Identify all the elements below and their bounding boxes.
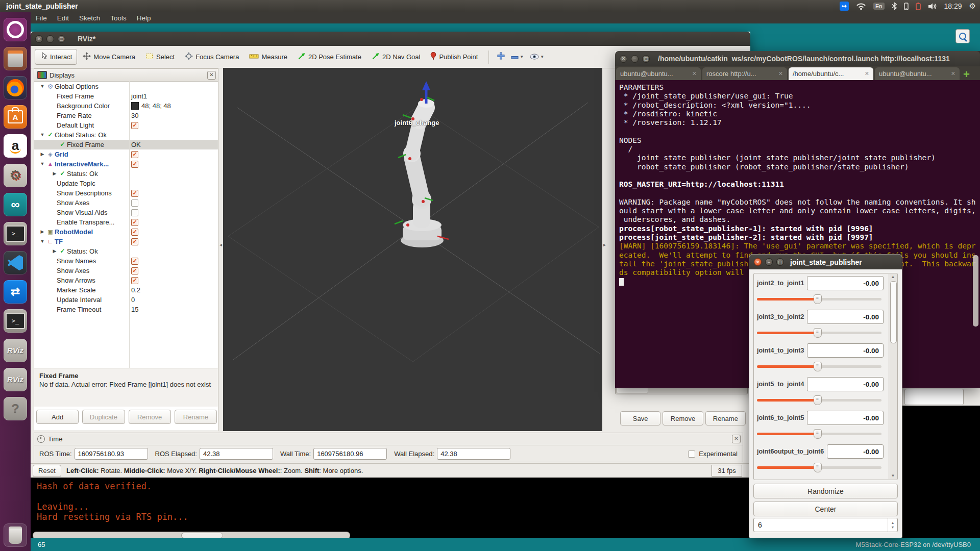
joint-value-field[interactable]: -0.00 <box>827 444 884 459</box>
joint-slider[interactable] <box>757 328 884 339</box>
displays-row-show-visual-aids[interactable]: Show Visual Aids <box>34 208 218 217</box>
clock[interactable]: 18:29 <box>944 2 962 10</box>
add-button[interactable]: Add <box>36 410 79 424</box>
tool-measure[interactable]: Measure <box>244 50 292 64</box>
displays-row-show-axes[interactable]: Show Axes <box>34 198 218 208</box>
3d-viewport[interactable]: joint6_change <box>223 68 602 431</box>
displays-row-interactivemark[interactable]: ▼▲InteractiveMark...✓ <box>34 159 218 169</box>
center-button[interactable]: Center <box>753 502 898 516</box>
close-icon[interactable]: ✕ <box>35 35 43 43</box>
tab-close-icon[interactable]: ✕ <box>778 70 783 77</box>
joint-value-field[interactable]: -0.00 <box>807 276 884 290</box>
minimize-icon[interactable]: – <box>765 258 773 266</box>
checkbox-checked[interactable]: ✓ <box>131 267 138 274</box>
displays-row-grid[interactable]: ▶◈Grid✓ <box>34 149 218 159</box>
maximize-icon[interactable]: ▢ <box>776 258 784 266</box>
slider-handle[interactable] <box>814 429 822 439</box>
terminal-titlebar[interactable]: ✕ – ▢ /home/ubuntu/catkin_ws/src/myCobot… <box>615 51 980 66</box>
remove-button[interactable]: Remove <box>663 411 703 425</box>
remove-minus-button[interactable]: ▼ <box>508 51 527 64</box>
randomize-button[interactable]: Randomize <box>753 484 898 498</box>
joint-value-field[interactable]: -0.00 <box>807 411 884 425</box>
displays-row-robotmodel[interactable]: ▶▣RobotModel✓ <box>34 227 218 237</box>
joint-value-field[interactable]: -0.00 <box>807 377 884 391</box>
scrollbar-thumb[interactable] <box>181 533 223 538</box>
menu-item-sketch[interactable]: Sketch <box>74 14 105 22</box>
scrollbar-thumb[interactable] <box>890 281 897 343</box>
scroll-up-icon[interactable]: ▲ <box>889 274 897 280</box>
terminal-tab-2[interactable]: roscore http://u...✕ <box>702 67 787 80</box>
launcher-item-ubuntu-dash[interactable] <box>4 18 27 41</box>
checkbox-unchecked[interactable] <box>131 209 138 216</box>
vertical-scrollbar[interactable]: ▲ ▼ <box>889 274 897 479</box>
tab-close-icon[interactable]: ✕ <box>951 70 955 77</box>
maximize-icon[interactable]: ▢ <box>642 55 650 63</box>
launcher-item-teamviewer[interactable]: ⇄ <box>4 280 27 304</box>
joint-slider[interactable] <box>757 395 884 406</box>
launcher-item-rviz-2[interactable]: RViz <box>4 368 27 391</box>
slider-handle[interactable] <box>814 362 822 371</box>
panel-collapse-left-icon[interactable]: ◂ <box>219 242 222 247</box>
close-icon[interactable]: ✕ <box>207 71 216 80</box>
checkbox-checked[interactable]: ✓ <box>131 151 138 158</box>
rate-spinbox[interactable]: 6 ▲▼ <box>753 518 898 532</box>
launcher-item-firefox[interactable] <box>4 76 27 99</box>
serial-monitor-button[interactable] <box>955 29 970 43</box>
displays-row-global-status-ok[interactable]: ▼✓Global Status: Ok <box>34 130 218 140</box>
displays-panel-header[interactable]: Displays ✕ <box>34 69 218 82</box>
maximize-icon[interactable]: ▢ <box>58 35 65 43</box>
experimental-toggle[interactable]: Experimental <box>688 450 738 458</box>
joint-slider[interactable] <box>757 429 884 440</box>
keyboard-indicator[interactable]: En <box>873 3 884 10</box>
displays-row-background-color[interactable]: Background Color48; 48; 48 <box>34 101 218 111</box>
joint-slider[interactable] <box>757 462 884 473</box>
minimize-icon[interactable]: – <box>46 35 54 43</box>
rename-button[interactable]: Rename <box>705 411 746 425</box>
tool-select[interactable]: Select <box>141 50 179 64</box>
displays-row-frame-rate[interactable]: Frame Rate30 <box>34 111 218 120</box>
launcher-item-amazon[interactable]: a <box>4 134 27 158</box>
launcher-item-system-settings[interactable]: ⚙ <box>4 164 27 187</box>
spinbox-arrows[interactable]: ▲▼ <box>888 518 897 532</box>
ros-elapsed-field[interactable]: 42.38 <box>200 448 273 460</box>
displays-row-show-descriptions[interactable]: Show Descriptions✓ <box>34 188 218 198</box>
menu-item-tools[interactable]: Tools <box>105 14 132 22</box>
rviz-titlebar[interactable]: ✕ – ▢ RViz* <box>31 32 750 46</box>
launcher-item-terminal-2[interactable]: >_ <box>4 309 27 333</box>
panel-collapse-right-icon[interactable]: ▸ <box>603 242 606 247</box>
displays-row-update-topic[interactable]: Update Topic <box>34 179 218 188</box>
scrollbar-thumb[interactable] <box>617 387 648 393</box>
checkbox-checked[interactable]: ✓ <box>131 161 138 168</box>
checkbox-checked[interactable]: ✓ <box>131 122 138 129</box>
terminal-tab-3[interactable]: /home/ubuntu/c...✕ <box>789 67 873 80</box>
expander-open-icon[interactable]: ▼ <box>39 82 46 91</box>
tab-close-icon[interactable]: ✕ <box>865 70 869 77</box>
close-icon[interactable]: ✕ <box>754 258 762 266</box>
ros-time-field[interactable]: 1609756180.93 <box>75 448 148 460</box>
displays-row-show-names[interactable]: Show Names✓ <box>34 256 218 266</box>
checkbox-checked[interactable]: ✓ <box>131 238 138 245</box>
launcher-item-arduino[interactable]: ∞ <box>4 193 27 216</box>
displays-row-fixed-frame[interactable]: ✓Fixed FrameOK <box>34 140 218 149</box>
displays-row-show-axes[interactable]: Show Axes✓ <box>34 266 218 276</box>
save-button[interactable]: Save <box>620 411 660 425</box>
expander-open-icon[interactable]: ▼ <box>39 159 46 169</box>
displays-row-global-options[interactable]: ▼⚙Global Options <box>34 82 218 91</box>
joint-slider[interactable] <box>757 361 884 372</box>
checkbox-unchecked[interactable] <box>688 450 695 458</box>
add-plus-button[interactable] <box>494 50 508 64</box>
displays-row-status-ok[interactable]: ▶✓Status: Ok <box>34 169 218 179</box>
displays-row-update-interval[interactable]: Update Interval0 <box>34 295 218 305</box>
wifi-icon[interactable] <box>856 3 866 10</box>
visibility-eye-button[interactable]: ▼ <box>527 51 547 64</box>
tool-move-camera[interactable]: Move Camera <box>78 49 140 64</box>
volume-icon[interactable] <box>928 3 937 10</box>
launcher-item-rviz-1[interactable]: RViz <box>4 339 27 362</box>
close-icon[interactable]: ✕ <box>732 435 741 443</box>
tool-2d-nav-goal[interactable]: 2D Nav Goal <box>367 49 425 64</box>
joint-slider[interactable] <box>757 294 884 305</box>
menu-item-file[interactable]: File <box>31 14 52 22</box>
time-panel-header[interactable]: Time ✕ <box>34 433 743 445</box>
menu-item-edit[interactable]: Edit <box>52 14 74 22</box>
launcher-item-file-manager[interactable] <box>4 47 27 70</box>
